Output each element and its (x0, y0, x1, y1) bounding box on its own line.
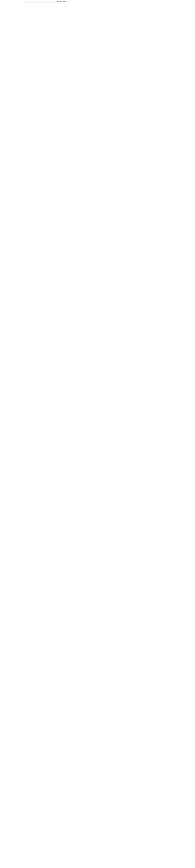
attributes-label: attributes (56, 0, 67, 3)
attributes-section: attributes – grp:commonPowerAttributes i… (25, 2, 69, 4)
